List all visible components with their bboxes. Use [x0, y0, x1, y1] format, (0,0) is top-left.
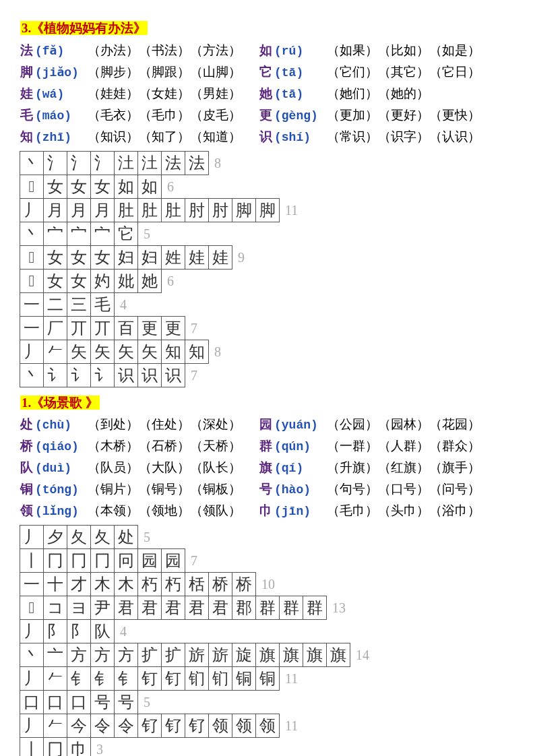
stroke-row: 丶宀宀宀它5	[20, 222, 513, 246]
stroke-cell: 口	[43, 690, 67, 714]
stroke-cell: 氵	[43, 151, 67, 175]
stroke-cell: 女	[43, 175, 67, 199]
word-row: 知(zhī)（知识）（知了）（知道）识(shí)（常识）（识字）（认识）	[20, 127, 513, 147]
stroke-cell: 丶	[20, 151, 44, 175]
stroke-row: 丿𠂉今令令钌钌钌领领领11	[20, 714, 513, 738]
stroke-count: 8	[214, 153, 221, 173]
word-row: 处(chù)（到处）（住处）（深处）园(yuán)（公园）（园林）（花园）	[20, 415, 513, 435]
stroke-cell: 知	[161, 340, 185, 364]
stroke-cell: 方	[114, 643, 138, 667]
stroke-cell: 木	[90, 572, 115, 596]
stroke-cell: 丿	[20, 714, 44, 738]
vocab-words: （办法）（书法）（方法）	[88, 41, 241, 61]
stroke-cell: 群	[303, 596, 327, 620]
stroke-cell: 钔	[185, 666, 209, 691]
stroke-cell: コ	[43, 596, 67, 620]
stroke-cell: 妁	[90, 269, 115, 293]
vocab-pinyin: (duì)	[35, 460, 88, 478]
stroke-cell: 钅	[67, 666, 91, 691]
stroke-cell: 𡿨	[20, 175, 44, 199]
stroke-count: 7	[191, 318, 197, 338]
stroke-cell: 巾	[67, 737, 91, 756]
stroke-row: 丶氵氵氵汢汢法法8	[20, 151, 513, 175]
stroke-cell: 旂	[185, 643, 209, 667]
stroke-cell: 钉	[161, 666, 185, 691]
vocab-char: 知	[20, 127, 35, 147]
stroke-count: 4	[120, 294, 127, 315]
stroke-cell: 冋	[114, 548, 138, 573]
vocab-pinyin: (qí)	[274, 460, 327, 478]
stroke-count: 8	[214, 342, 221, 362]
stroke-cell: 郡	[232, 596, 256, 620]
vocab-words: （公园）（园林）（花园）	[327, 415, 480, 435]
stroke-cell: 今	[67, 714, 91, 738]
stroke-cell: 钔	[208, 666, 232, 691]
vocab-pinyin: (yuán)	[274, 416, 327, 435]
stroke-cell: 讠	[90, 363, 115, 387]
stroke-cell: 君	[185, 596, 209, 620]
stroke-cell: 桥	[232, 572, 256, 596]
stroke-cell: 𡿨	[20, 245, 44, 270]
stroke-row: 丿夕夂夂处5	[20, 525, 513, 549]
stroke-count: 11	[285, 668, 298, 689]
stroke-cell: 群	[279, 596, 303, 620]
vocab-pinyin: (wá)	[35, 86, 88, 104]
stroke-row: 𡿨女女妁妣她6	[20, 269, 513, 293]
vocab-pinyin: (qún)	[274, 438, 327, 456]
stroke-cell: 宀	[67, 222, 91, 246]
vocab-words: （一群）（人群）（群众）	[327, 437, 480, 456]
stroke-cell: 口	[20, 690, 44, 714]
stroke-row: 一厂丌丌百更更7	[20, 316, 513, 340]
word-row: 铜(tóng)（铜片）（铜号）（铜板）号(hào)（句号）（口号）（问号）	[20, 480, 513, 499]
vocab-char: 识	[259, 127, 274, 147]
stroke-cell: 讠	[67, 363, 91, 387]
stroke-cell: 女	[90, 175, 115, 199]
vocab-pinyin: (chù)	[35, 416, 88, 435]
stroke-cell: 月	[43, 198, 67, 222]
stroke-cell: 阝	[43, 619, 67, 643]
stroke-cell: 三	[67, 292, 91, 317]
stroke-cell: 栝	[185, 572, 209, 596]
stroke-cell: 钌	[137, 714, 162, 738]
vocab-pinyin: (máo)	[35, 107, 88, 125]
stroke-cell: 尹	[90, 596, 115, 620]
stroke-cell: 夂	[90, 525, 115, 549]
stroke-cell: 𠂉	[43, 340, 67, 364]
vocab-char: 领	[20, 501, 35, 521]
vocab-char: 娃	[20, 84, 35, 104]
stroke-cell: 丿	[20, 340, 44, 364]
stroke-cell: 夂	[67, 525, 91, 549]
vocab-words: （脚步）（脚跟）（山脚）	[88, 63, 241, 82]
stroke-cell: 女	[90, 245, 115, 270]
vocab-words: （更加）（更好）（更快）	[327, 106, 480, 125]
stroke-row: 𡿨女女女妇妇姓娃娃9	[20, 245, 513, 270]
stroke-cell: 𠂉	[43, 666, 67, 691]
stroke-cell: 矢	[67, 340, 91, 364]
stroke-cell: 识	[137, 363, 162, 387]
stroke-cell: 冂	[43, 548, 67, 573]
stroke-cell: 君	[208, 596, 232, 620]
stroke-row: 丿𠂉矢矢矢矢知知8	[20, 340, 513, 364]
vocab-pinyin: (rú)	[274, 42, 327, 61]
vocab-pinyin: (jiǎo)	[35, 64, 88, 82]
stroke-cell: 女	[43, 245, 67, 270]
stroke-row: 丨冂巾3	[20, 737, 513, 756]
stroke-cell: 园	[161, 548, 185, 573]
stroke-cell: 丶	[20, 643, 44, 667]
stroke-cell: 姓	[161, 245, 185, 270]
vocab-words: （毛巾）（头巾）（浴巾）	[327, 501, 480, 521]
stroke-cell: 娃	[185, 245, 209, 270]
vocab-char: 如	[259, 41, 274, 61]
stroke-cell: 冂	[43, 737, 67, 756]
stroke-cell: 令	[114, 714, 138, 738]
stroke-row: 一二三毛4	[20, 292, 513, 317]
stroke-cell: 丿	[20, 525, 44, 549]
stroke-count: 5	[144, 224, 150, 244]
stroke-count: 11	[285, 200, 298, 220]
stroke-cell: 矢	[114, 340, 138, 364]
vocab-pinyin: (lǐng)	[35, 503, 88, 521]
stroke-cell: 号	[114, 690, 138, 714]
stroke-cell: 冂	[67, 548, 91, 573]
vocab-char: 处	[20, 415, 35, 435]
word-row: 毛(máo)（毛衣）（毛巾）（皮毛）更(gèng)（更加）（更好）（更快）	[20, 106, 513, 125]
